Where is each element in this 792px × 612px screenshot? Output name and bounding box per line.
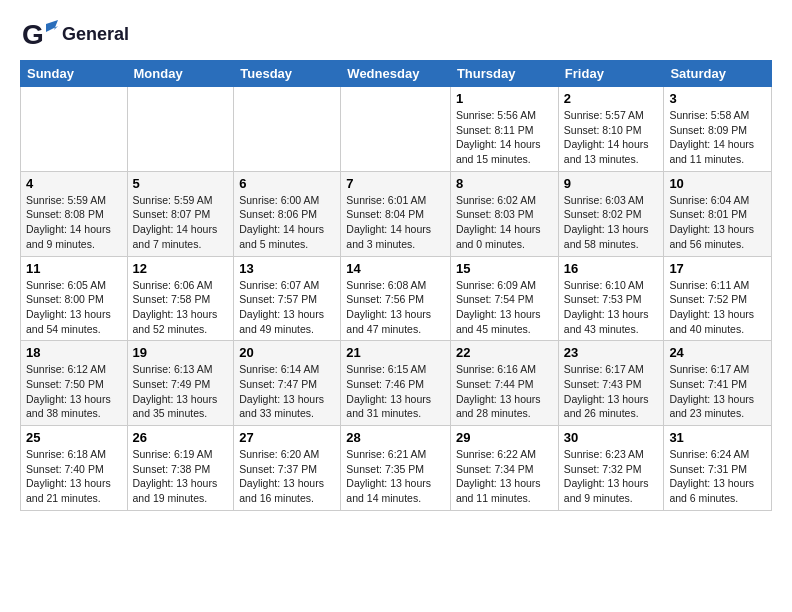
day-info: Sunrise: 6:08 AM Sunset: 7:56 PM Dayligh…: [346, 278, 445, 337]
day-number: 2: [564, 91, 659, 106]
calendar-cell: 18Sunrise: 6:12 AM Sunset: 7:50 PM Dayli…: [21, 341, 128, 426]
calendar-cell: 23Sunrise: 6:17 AM Sunset: 7:43 PM Dayli…: [558, 341, 664, 426]
day-info: Sunrise: 6:06 AM Sunset: 7:58 PM Dayligh…: [133, 278, 229, 337]
calendar-cell: [234, 87, 341, 172]
calendar-cell: 13Sunrise: 6:07 AM Sunset: 7:57 PM Dayli…: [234, 256, 341, 341]
week-row-3: 11Sunrise: 6:05 AM Sunset: 8:00 PM Dayli…: [21, 256, 772, 341]
weekday-header-wednesday: Wednesday: [341, 61, 451, 87]
calendar-cell: 12Sunrise: 6:06 AM Sunset: 7:58 PM Dayli…: [127, 256, 234, 341]
calendar-cell: 3Sunrise: 5:58 AM Sunset: 8:09 PM Daylig…: [664, 87, 772, 172]
weekday-header-sunday: Sunday: [21, 61, 128, 87]
calendar-cell: 19Sunrise: 6:13 AM Sunset: 7:49 PM Dayli…: [127, 341, 234, 426]
day-info: Sunrise: 5:59 AM Sunset: 8:07 PM Dayligh…: [133, 193, 229, 252]
day-info: Sunrise: 6:15 AM Sunset: 7:46 PM Dayligh…: [346, 362, 445, 421]
day-info: Sunrise: 5:57 AM Sunset: 8:10 PM Dayligh…: [564, 108, 659, 167]
week-row-1: 1Sunrise: 5:56 AM Sunset: 8:11 PM Daylig…: [21, 87, 772, 172]
calendar-cell: 28Sunrise: 6:21 AM Sunset: 7:35 PM Dayli…: [341, 426, 451, 511]
calendar-cell: 5Sunrise: 5:59 AM Sunset: 8:07 PM Daylig…: [127, 171, 234, 256]
day-info: Sunrise: 6:22 AM Sunset: 7:34 PM Dayligh…: [456, 447, 553, 506]
calendar-cell: 22Sunrise: 6:16 AM Sunset: 7:44 PM Dayli…: [450, 341, 558, 426]
header: G General: [20, 16, 772, 54]
day-number: 19: [133, 345, 229, 360]
calendar-cell: 7Sunrise: 6:01 AM Sunset: 8:04 PM Daylig…: [341, 171, 451, 256]
calendar-cell: 26Sunrise: 6:19 AM Sunset: 7:38 PM Dayli…: [127, 426, 234, 511]
calendar-cell: 15Sunrise: 6:09 AM Sunset: 7:54 PM Dayli…: [450, 256, 558, 341]
day-info: Sunrise: 6:13 AM Sunset: 7:49 PM Dayligh…: [133, 362, 229, 421]
calendar-cell: 30Sunrise: 6:23 AM Sunset: 7:32 PM Dayli…: [558, 426, 664, 511]
day-info: Sunrise: 6:02 AM Sunset: 8:03 PM Dayligh…: [456, 193, 553, 252]
day-number: 4: [26, 176, 122, 191]
weekday-header-row: SundayMondayTuesdayWednesdayThursdayFrid…: [21, 61, 772, 87]
day-number: 16: [564, 261, 659, 276]
day-number: 9: [564, 176, 659, 191]
day-number: 8: [456, 176, 553, 191]
day-info: Sunrise: 6:11 AM Sunset: 7:52 PM Dayligh…: [669, 278, 766, 337]
day-info: Sunrise: 6:20 AM Sunset: 7:37 PM Dayligh…: [239, 447, 335, 506]
calendar-cell: 25Sunrise: 6:18 AM Sunset: 7:40 PM Dayli…: [21, 426, 128, 511]
day-number: 13: [239, 261, 335, 276]
day-number: 14: [346, 261, 445, 276]
logo-line1: General: [62, 25, 129, 45]
day-info: Sunrise: 6:00 AM Sunset: 8:06 PM Dayligh…: [239, 193, 335, 252]
calendar-cell: 10Sunrise: 6:04 AM Sunset: 8:01 PM Dayli…: [664, 171, 772, 256]
day-info: Sunrise: 5:59 AM Sunset: 8:08 PM Dayligh…: [26, 193, 122, 252]
day-info: Sunrise: 6:09 AM Sunset: 7:54 PM Dayligh…: [456, 278, 553, 337]
day-number: 5: [133, 176, 229, 191]
calendar-cell: 2Sunrise: 5:57 AM Sunset: 8:10 PM Daylig…: [558, 87, 664, 172]
day-number: 30: [564, 430, 659, 445]
weekday-header-saturday: Saturday: [664, 61, 772, 87]
day-number: 18: [26, 345, 122, 360]
weekday-header-thursday: Thursday: [450, 61, 558, 87]
day-info: Sunrise: 6:12 AM Sunset: 7:50 PM Dayligh…: [26, 362, 122, 421]
calendar-cell: 16Sunrise: 6:10 AM Sunset: 7:53 PM Dayli…: [558, 256, 664, 341]
calendar-cell: 11Sunrise: 6:05 AM Sunset: 8:00 PM Dayli…: [21, 256, 128, 341]
day-number: 25: [26, 430, 122, 445]
calendar-cell: [127, 87, 234, 172]
day-info: Sunrise: 6:18 AM Sunset: 7:40 PM Dayligh…: [26, 447, 122, 506]
day-number: 29: [456, 430, 553, 445]
calendar-cell: 6Sunrise: 6:00 AM Sunset: 8:06 PM Daylig…: [234, 171, 341, 256]
calendar-cell: [341, 87, 451, 172]
day-number: 31: [669, 430, 766, 445]
calendar-cell: 20Sunrise: 6:14 AM Sunset: 7:47 PM Dayli…: [234, 341, 341, 426]
calendar-cell: 9Sunrise: 6:03 AM Sunset: 8:02 PM Daylig…: [558, 171, 664, 256]
day-number: 21: [346, 345, 445, 360]
day-info: Sunrise: 6:16 AM Sunset: 7:44 PM Dayligh…: [456, 362, 553, 421]
day-number: 3: [669, 91, 766, 106]
svg-text:G: G: [22, 19, 44, 50]
day-info: Sunrise: 6:04 AM Sunset: 8:01 PM Dayligh…: [669, 193, 766, 252]
day-info: Sunrise: 6:01 AM Sunset: 8:04 PM Dayligh…: [346, 193, 445, 252]
day-number: 20: [239, 345, 335, 360]
day-number: 11: [26, 261, 122, 276]
weekday-header-tuesday: Tuesday: [234, 61, 341, 87]
calendar-cell: 17Sunrise: 6:11 AM Sunset: 7:52 PM Dayli…: [664, 256, 772, 341]
calendar-cell: [21, 87, 128, 172]
day-info: Sunrise: 6:24 AM Sunset: 7:31 PM Dayligh…: [669, 447, 766, 506]
day-number: 17: [669, 261, 766, 276]
week-row-5: 25Sunrise: 6:18 AM Sunset: 7:40 PM Dayli…: [21, 426, 772, 511]
day-number: 12: [133, 261, 229, 276]
calendar-cell: 21Sunrise: 6:15 AM Sunset: 7:46 PM Dayli…: [341, 341, 451, 426]
day-info: Sunrise: 5:58 AM Sunset: 8:09 PM Dayligh…: [669, 108, 766, 167]
day-number: 26: [133, 430, 229, 445]
day-info: Sunrise: 5:56 AM Sunset: 8:11 PM Dayligh…: [456, 108, 553, 167]
logo: G General: [20, 16, 129, 54]
day-number: 10: [669, 176, 766, 191]
day-info: Sunrise: 6:17 AM Sunset: 7:43 PM Dayligh…: [564, 362, 659, 421]
day-number: 15: [456, 261, 553, 276]
day-info: Sunrise: 6:21 AM Sunset: 7:35 PM Dayligh…: [346, 447, 445, 506]
day-number: 24: [669, 345, 766, 360]
weekday-header-monday: Monday: [127, 61, 234, 87]
calendar-cell: 29Sunrise: 6:22 AM Sunset: 7:34 PM Dayli…: [450, 426, 558, 511]
day-number: 23: [564, 345, 659, 360]
day-number: 1: [456, 91, 553, 106]
day-number: 27: [239, 430, 335, 445]
day-info: Sunrise: 6:23 AM Sunset: 7:32 PM Dayligh…: [564, 447, 659, 506]
day-info: Sunrise: 6:14 AM Sunset: 7:47 PM Dayligh…: [239, 362, 335, 421]
calendar-table: SundayMondayTuesdayWednesdayThursdayFrid…: [20, 60, 772, 511]
day-number: 28: [346, 430, 445, 445]
calendar-cell: 27Sunrise: 6:20 AM Sunset: 7:37 PM Dayli…: [234, 426, 341, 511]
week-row-4: 18Sunrise: 6:12 AM Sunset: 7:50 PM Dayli…: [21, 341, 772, 426]
svg-marker-1: [46, 20, 58, 32]
calendar-cell: 31Sunrise: 6:24 AM Sunset: 7:31 PM Dayli…: [664, 426, 772, 511]
